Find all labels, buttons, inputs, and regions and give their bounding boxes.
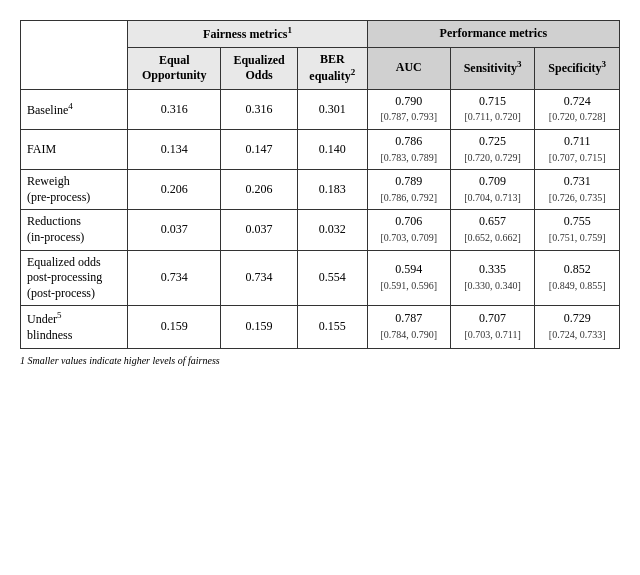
fairness-cell: 0.032 [297,210,367,250]
fairness-cell: 0.140 [297,129,367,169]
col-specificity: Specificity3 [535,47,620,89]
table-row: Under5blindness0.1590.1590.1550.787[0.78… [21,306,620,348]
fairness-cell: 0.159 [128,306,221,348]
fairness-cell: 0.134 [128,129,221,169]
fairness-cell: 0.734 [221,250,298,306]
sensitivity-cell: 0.335[0.330, 0.340] [450,250,535,306]
fairness-cell: 0.301 [297,89,367,129]
auc-cell: 0.706[0.703, 0.709] [367,210,450,250]
specificity-cell: 0.724[0.720, 0.728] [535,89,620,129]
table-row: Reweigh(pre-process)0.2060.2060.1830.789… [21,170,620,210]
sensitivity-cell: 0.725[0.720, 0.729] [450,129,535,169]
fairness-cell: 0.037 [221,210,298,250]
fairness-cell: 0.316 [221,89,298,129]
table-row: Baseline40.3160.3160.3010.790[0.787, 0.7… [21,89,620,129]
fairness-cell: 0.155 [297,306,367,348]
auc-cell: 0.789[0.786, 0.792] [367,170,450,210]
specificity-cell: 0.852[0.849, 0.855] [535,250,620,306]
auc-cell: 0.790[0.787, 0.793] [367,89,450,129]
auc-cell: 0.786[0.783, 0.789] [367,129,450,169]
fairness-cell: 0.159 [221,306,298,348]
row-label: Under5blindness [21,306,128,348]
fairness-group-header: Fairness metrics1 [128,21,367,48]
specificity-cell: 0.755[0.751, 0.759] [535,210,620,250]
sensitivity-cell: 0.657[0.652, 0.662] [450,210,535,250]
specificity-cell: 0.711[0.707, 0.715] [535,129,620,169]
fairness-cell: 0.206 [128,170,221,210]
auc-cell: 0.787[0.784, 0.790] [367,306,450,348]
sensitivity-cell: 0.707[0.703, 0.711] [450,306,535,348]
fairness-cell: 0.183 [297,170,367,210]
col-sensitivity: Sensitivity3 [450,47,535,89]
row-label: Reductions(in-process) [21,210,128,250]
col-equal-opportunity: EqualOpportunity [128,47,221,89]
fairness-cell: 0.554 [297,250,367,306]
col-auc: AUC [367,47,450,89]
group-header-row: Fairness metrics1 Performance metrics [21,21,620,48]
row-label: Baseline4 [21,89,128,129]
fairness-cell: 0.316 [128,89,221,129]
specificity-cell: 0.729[0.724, 0.733] [535,306,620,348]
specificity-cell: 0.731[0.726, 0.735] [535,170,620,210]
footnote-sup-2: 2 [351,67,356,77]
footnote-text: 1 Smaller values indicate higher levels … [20,355,620,366]
col-ber-equality: BERequality2 [297,47,367,89]
metrics-table: Fairness metrics1 Performance metrics Eq… [20,20,620,349]
col-equalized-odds: EqualizedOdds [221,47,298,89]
table-row: Equalized oddspost-processing(post-proce… [21,250,620,306]
empty-corner [21,21,128,90]
table-container: Fairness metrics1 Performance metrics Eq… [20,20,620,366]
row-label: FAIM [21,129,128,169]
row-label: Reweigh(pre-process) [21,170,128,210]
fairness-cell: 0.147 [221,129,298,169]
footnote-sup-1: 1 [287,25,292,35]
fairness-cell: 0.206 [221,170,298,210]
fairness-cell: 0.037 [128,210,221,250]
fairness-cell: 0.734 [128,250,221,306]
performance-group-header: Performance metrics [367,21,619,48]
row-label: Equalized oddspost-processing(post-proce… [21,250,128,306]
sensitivity-cell: 0.715[0.711, 0.720] [450,89,535,129]
auc-cell: 0.594[0.591, 0.596] [367,250,450,306]
sensitivity-cell: 0.709[0.704, 0.713] [450,170,535,210]
table-row: FAIM0.1340.1470.1400.786[0.783, 0.789]0.… [21,129,620,169]
footnote-sup-3a: 3 [517,59,522,69]
footnote-sup-3b: 3 [602,59,607,69]
table-row: Reductions(in-process)0.0370.0370.0320.7… [21,210,620,250]
